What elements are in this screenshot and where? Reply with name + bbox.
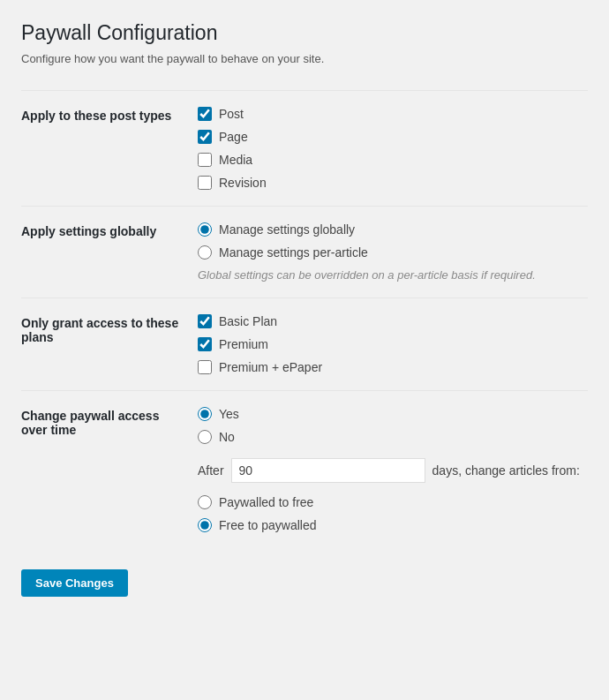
apply-settings-helper: Global settings can be overridden on a p…	[198, 268, 588, 282]
apply-settings-label: Apply settings globally	[21, 207, 198, 298]
checkbox-post-input[interactable]	[198, 107, 212, 121]
change-access-label: Change paywall access over time	[21, 391, 198, 549]
checkbox-premium-input[interactable]	[198, 337, 212, 351]
checkbox-revision-label[interactable]: Revision	[219, 176, 267, 190]
grant-access-label: Only grant access to these plans	[21, 298, 198, 391]
radio-no-label[interactable]: No	[219, 430, 235, 444]
radio-free-to-paywalled-input[interactable]	[198, 518, 212, 532]
checkbox-media-label[interactable]: Media	[219, 153, 252, 167]
radio-per-article: Manage settings per-article	[198, 245, 588, 260]
page-container: Paywall Configuration Configure how you …	[0, 0, 609, 618]
radio-yes-input[interactable]	[198, 407, 212, 421]
checkbox-basic-input[interactable]	[198, 314, 212, 328]
after-days-field: After days, change articles from:	[198, 458, 588, 483]
radio-globally-label[interactable]: Manage settings globally	[219, 222, 355, 237]
radio-per-article-label[interactable]: Manage settings per-article	[219, 245, 368, 260]
checkbox-media-input[interactable]	[198, 153, 212, 167]
radio-free-to-paywalled-label[interactable]: Free to paywalled	[219, 518, 317, 532]
radio-no-input[interactable]	[198, 430, 212, 444]
post-types-row: Apply to these post types Post Page Medi…	[21, 91, 588, 207]
radio-paywalled-to-free: Paywalled to free	[198, 495, 588, 509]
checkbox-media: Media	[198, 153, 588, 167]
settings-table: Apply to these post types Post Page Medi…	[21, 90, 588, 548]
after-label: After	[198, 463, 224, 478]
checkbox-premium-label[interactable]: Premium	[219, 337, 268, 351]
radio-paywalled-to-free-input[interactable]	[198, 495, 212, 509]
radio-globally: Manage settings globally	[198, 222, 588, 237]
radio-yes-label[interactable]: Yes	[219, 407, 239, 421]
radio-globally-input[interactable]	[198, 222, 212, 237]
checkbox-premium-epaper: Premium + ePaper	[198, 360, 588, 374]
checkbox-premium: Premium	[198, 337, 588, 351]
checkbox-premium-epaper-input[interactable]	[198, 360, 212, 374]
grant-access-row: Only grant access to these plans Basic P…	[21, 298, 588, 391]
checkbox-page-input[interactable]	[198, 130, 212, 144]
radio-per-article-input[interactable]	[198, 245, 212, 260]
checkbox-post-label[interactable]: Post	[219, 107, 244, 121]
post-types-control: Post Page Media Revision	[198, 91, 588, 207]
apply-settings-row: Apply settings globally Manage settings …	[21, 207, 588, 298]
save-button[interactable]: Save Changes	[21, 569, 128, 597]
checkbox-page-label[interactable]: Page	[219, 130, 248, 144]
apply-settings-control: Manage settings globally Manage settings…	[198, 207, 588, 298]
radio-yes: Yes	[198, 407, 588, 421]
after-days-input[interactable]	[231, 458, 425, 483]
checkbox-page: Page	[198, 130, 588, 144]
change-direction-group: Paywalled to free Free to paywalled	[198, 495, 588, 532]
checkbox-revision: Revision	[198, 176, 588, 190]
change-access-control: Yes No After days, change articles from:…	[198, 391, 588, 549]
checkbox-premium-epaper-label[interactable]: Premium + ePaper	[219, 360, 322, 374]
grant-access-control: Basic Plan Premium Premium + ePaper	[198, 298, 588, 391]
checkbox-basic: Basic Plan	[198, 314, 588, 328]
page-description: Configure how you want the paywall to be…	[21, 52, 588, 65]
checkbox-basic-label[interactable]: Basic Plan	[219, 314, 277, 328]
page-title: Paywall Configuration	[21, 21, 588, 45]
radio-free-to-paywalled: Free to paywalled	[198, 518, 588, 532]
post-types-label: Apply to these post types	[21, 91, 198, 207]
radio-paywalled-to-free-label[interactable]: Paywalled to free	[219, 495, 313, 509]
radio-no: No	[198, 430, 588, 444]
checkbox-post: Post	[198, 107, 588, 121]
checkbox-revision-input[interactable]	[198, 176, 212, 190]
after-suffix: days, change articles from:	[432, 463, 580, 478]
change-access-row: Change paywall access over time Yes No A…	[21, 391, 588, 549]
